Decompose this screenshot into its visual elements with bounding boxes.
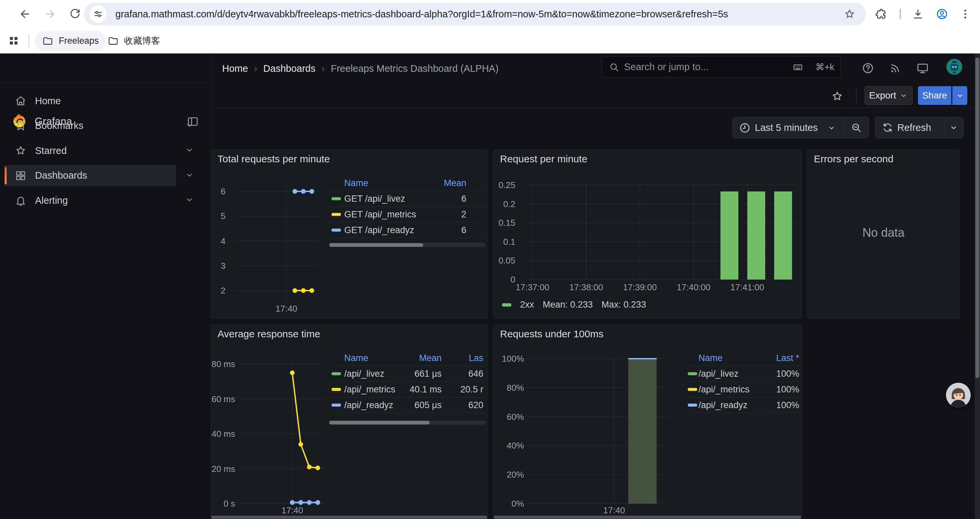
chevron-down-icon[interactable] (184, 194, 196, 206)
active-indicator (5, 167, 7, 184)
zoom-out-button[interactable] (843, 117, 869, 138)
refresh-controls: Refresh (875, 117, 964, 138)
svg-text:60 ms: 60 ms (212, 394, 235, 404)
bookmark-item[interactable]: 收藏博客 (100, 31, 167, 51)
search-icon (609, 62, 619, 72)
legend-column-header[interactable]: Las (469, 353, 483, 363)
legend-value: 605 µs (414, 400, 442, 410)
legend-series-name[interactable]: /api/_livez (344, 369, 384, 379)
bookmark-label: 收藏博客 (124, 35, 160, 47)
legend-row: /api/_metrics100% (685, 382, 800, 398)
legend-column-header[interactable]: Mean (419, 353, 442, 363)
legend-series-name[interactable]: GET /api/_livez (344, 194, 405, 204)
user-avatar[interactable] (946, 59, 963, 75)
legend-value: 6 (461, 225, 466, 235)
browser-reload-button[interactable] (67, 6, 83, 22)
star-icon (15, 145, 27, 156)
chevron-down-icon[interactable] (184, 170, 196, 182)
legend-value: 2 (461, 209, 466, 220)
legend-column-header[interactable]: Mean (444, 178, 466, 188)
svg-text:3: 3 (221, 261, 226, 271)
download-icon (912, 8, 924, 21)
legend-horizontal-scrollbar[interactable] (329, 243, 486, 247)
search-input[interactable] (624, 57, 774, 77)
sidebar-item-starred[interactable]: Starred (4, 140, 176, 161)
breadcrumb-item[interactable]: Dashboards (263, 63, 315, 74)
browser-menu-icon[interactable] (958, 6, 973, 22)
breadcrumb-separator: › (321, 63, 325, 74)
bookmarks-bar: Freeleaps收藏博客 (0, 28, 980, 53)
legend-series-name[interactable]: /api/_readyz (698, 400, 748, 410)
url-text[interactable]: grafana.mathmast.com/d/deytv4rwavabkb/fr… (115, 3, 829, 26)
legend-series-name[interactable]: /api/_readyz (344, 400, 393, 410)
legend-horizontal-scrollbar[interactable] (329, 420, 486, 425)
refresh-icon[interactable] (882, 122, 893, 133)
panel-request-per-minute: Request per minute0.250.20.150.10.05017:… (493, 150, 802, 319)
page-scrollbar[interactable] (975, 53, 980, 519)
breadcrumb-item[interactable]: Home (222, 63, 248, 74)
refresh-label[interactable]: Refresh (897, 117, 931, 138)
legend-series-name[interactable]: GET /api/_readyz (344, 225, 414, 235)
address-bar[interactable]: grafana.mathmast.com/d/deytv4rwavabkb/fr… (84, 3, 866, 26)
panel-title[interactable]: Requests under 100ms (500, 328, 603, 340)
browser-back-button[interactable] (18, 6, 33, 22)
series-color-chip (332, 197, 341, 200)
sidebar-item-alerting[interactable]: Alerting (4, 190, 176, 211)
scrollbar-thumb[interactable] (329, 421, 430, 425)
monitor-icon[interactable] (915, 61, 930, 75)
panel-title[interactable]: Total requests per minute (218, 153, 330, 164)
chevron-down-icon[interactable] (184, 145, 196, 156)
legend-column-header[interactable]: Name (344, 353, 368, 363)
rss-icon[interactable] (888, 61, 903, 75)
browser-profile-icon[interactable] (934, 6, 950, 22)
panel-title[interactable]: Average response time (218, 328, 320, 340)
sidebar-item-home[interactable]: Home (4, 90, 176, 112)
legend-series-name[interactable]: /api/_metrics (698, 385, 749, 395)
folder-icon (42, 35, 53, 46)
legend-column-header[interactable]: Name (698, 353, 722, 363)
legend-series-name[interactable]: 2xx (520, 300, 534, 310)
chevrondown-icon (184, 120, 195, 131)
legend-column-header[interactable]: Name (344, 178, 368, 188)
share-dropdown-button[interactable] (952, 86, 967, 105)
legend-row: /api/_metrics40.1 ms20.5 r (329, 382, 486, 398)
panel-title[interactable]: Errors per second (814, 153, 893, 164)
browser-forward-button[interactable] (42, 6, 58, 22)
svg-text:80 ms: 80 ms (212, 359, 235, 369)
legend-series-name[interactable]: /api/_livez (698, 369, 738, 379)
legend-row: GET /api/_livez6 (329, 191, 486, 207)
sidebar-item-bookmarks[interactable]: Bookmarks (4, 115, 176, 137)
legend-series-name[interactable]: GET /api/_metrics (344, 209, 416, 220)
panel-title[interactable]: Request per minute (500, 153, 587, 164)
apps-grid-icon[interactable] (6, 33, 21, 48)
refresh-interval-dropdown[interactable] (944, 117, 963, 138)
search-box[interactable]: ⌘+k (602, 56, 841, 77)
legend-column-header[interactable]: Last * (776, 353, 799, 363)
share-button[interactable]: Share (918, 86, 951, 105)
help-icon[interactable] (861, 61, 875, 75)
svg-text:17:41:00: 17:41:00 (730, 282, 764, 292)
apps-icon (8, 35, 19, 46)
sidebar-header: Grafana (0, 53, 213, 83)
sidebar-item-dashboards[interactable]: Dashboards (4, 165, 176, 186)
assistant-avatar[interactable] (946, 383, 970, 407)
extensions-icon[interactable] (873, 6, 889, 22)
export-button[interactable]: Export (865, 86, 913, 105)
series-color-chip (332, 229, 341, 232)
chevron-down-icon[interactable] (184, 120, 196, 132)
bookmark-star-icon[interactable] (842, 6, 857, 22)
svg-text:17:40: 17:40 (282, 505, 303, 515)
bookmark-item[interactable]: Freeleaps (35, 31, 106, 51)
search-icon (609, 62, 619, 72)
panel-horizontal-scrollbar[interactable] (212, 516, 487, 519)
scrollbar-thumb[interactable] (975, 57, 979, 378)
time-range-picker[interactable]: Last 5 minutes (732, 117, 869, 138)
rss-icon (889, 62, 902, 75)
legend-series-name[interactable]: /api/_metrics (344, 385, 395, 395)
scrollbar-thumb[interactable] (329, 243, 423, 247)
svg-text:0: 0 (511, 275, 515, 284)
site-settings-icon[interactable] (89, 5, 107, 23)
downloads-icon[interactable] (910, 6, 926, 22)
favorite-dashboard-star-icon[interactable] (830, 89, 845, 104)
panel-horizontal-scrollbar[interactable] (494, 516, 801, 519)
